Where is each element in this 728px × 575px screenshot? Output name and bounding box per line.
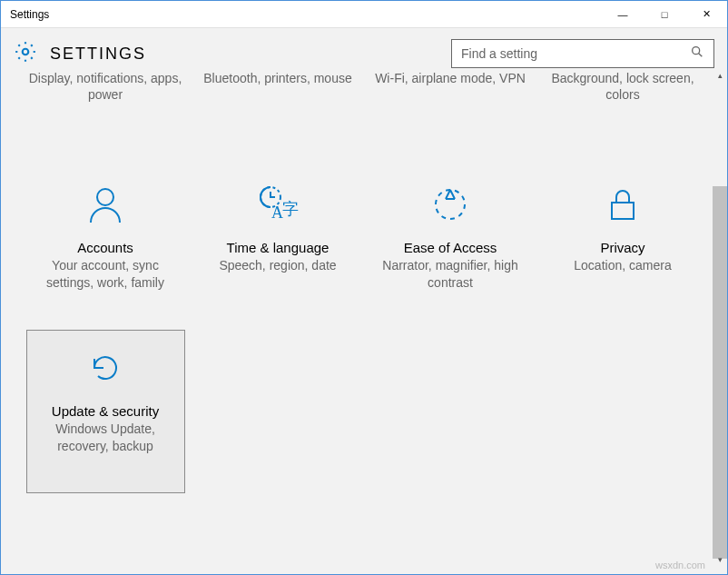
tile-privacy[interactable]: Privacy Location, camera (544, 166, 703, 330)
tile-title: Ease of Access (379, 240, 522, 255)
svg-point-0 (23, 49, 29, 55)
tile-system[interactable]: Display, notifications, apps, power (26, 70, 185, 103)
search-placeholder: Find a setting (461, 46, 537, 61)
svg-point-1 (693, 47, 700, 55)
watermark: wsxdn.com (655, 560, 705, 570)
tile-time-language[interactable]: A 字 Time & language Speech, region, date (199, 166, 358, 330)
scrollbar[interactable]: ▴ ▾ (713, 68, 727, 567)
tile-personalization[interactable]: Background, lock screen, colors (544, 70, 703, 103)
window-title: Settings (10, 8, 49, 21)
maximize-button[interactable]: □ (644, 1, 685, 27)
minimize-button[interactable]: — (602, 1, 644, 27)
header-left: SETTINGS (14, 40, 146, 67)
tile-desc: Your account, sync settings, work, famil… (34, 257, 177, 290)
search-input[interactable]: Find a setting (451, 39, 714, 68)
scroll-down-icon[interactable]: ▾ (713, 552, 727, 567)
svg-point-7 (436, 190, 465, 219)
tile-grid: Accounts Your account, sync settings, wo… (10, 166, 718, 493)
tile-devices[interactable]: Bluetooth, printers, mouse (199, 70, 358, 103)
ease-of-access-icon (379, 176, 522, 233)
svg-text:字: 字 (282, 200, 299, 218)
content-area: SETTINGS Find a setting Display, notific… (1, 28, 727, 574)
tile-desc: Background, lock screen, colors (544, 70, 703, 103)
update-security-icon (34, 340, 177, 396)
tile-row-partial: Display, notifications, apps, power Blue… (10, 68, 718, 103)
page-title: SETTINGS (50, 45, 146, 64)
tile-ease-of-access[interactable]: Ease of Access Narrator, magnifier, high… (371, 166, 530, 330)
accounts-icon (34, 176, 177, 233)
gear-icon (14, 40, 37, 67)
tile-desc: Narrator, magnifier, high contrast (379, 257, 522, 290)
tile-title: Accounts (34, 240, 177, 255)
tile-network[interactable]: Wi-Fi, airplane mode, VPN (371, 70, 530, 103)
tile-desc: Windows Update, recovery, backup (34, 421, 177, 453)
grid-viewport: Display, notifications, apps, power Blue… (1, 68, 727, 567)
tile-desc: Speech, region, date (207, 257, 349, 273)
tile-desc: Bluetooth, printers, mouse (199, 70, 358, 86)
tile-title: Update & security (34, 403, 177, 419)
svg-point-3 (97, 189, 113, 205)
tile-title: Privacy (552, 240, 694, 255)
tile-desc: Display, notifications, apps, power (26, 70, 185, 103)
tile-update-security[interactable]: Update & security Windows Update, recove… (26, 330, 185, 493)
privacy-icon (552, 176, 694, 233)
close-button[interactable]: ✕ (685, 1, 727, 27)
window-controls: — □ ✕ (602, 1, 727, 27)
svg-rect-9 (612, 203, 634, 219)
svg-line-2 (699, 54, 703, 57)
tile-desc: Wi-Fi, airplane mode, VPN (371, 70, 530, 86)
time-language-icon: A 字 (207, 176, 349, 233)
window-titlebar: Settings — □ ✕ (1, 1, 727, 28)
header-row: SETTINGS Find a setting (1, 28, 727, 68)
scrollbar-thumb[interactable] (713, 186, 727, 559)
tile-desc: Location, camera (552, 257, 694, 273)
tile-accounts[interactable]: Accounts Your account, sync settings, wo… (26, 166, 185, 330)
tile-title: Time & language (207, 240, 349, 255)
scroll-up-icon[interactable]: ▴ (713, 68, 727, 83)
search-icon (690, 45, 704, 63)
